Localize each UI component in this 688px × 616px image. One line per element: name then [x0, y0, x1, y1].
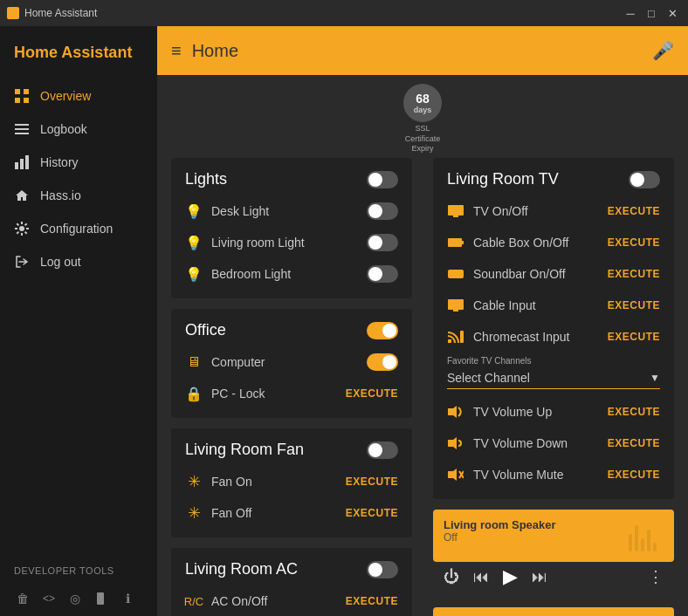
close-button[interactable]: ✕	[664, 4, 681, 22]
ssl-line3: Expiry	[411, 144, 433, 153]
desk-light-label: Desk Light	[211, 204, 358, 218]
sidebar-item-overview[interactable]: Overview	[0, 79, 157, 113]
title-bar-left: Home Assistant	[7, 7, 97, 19]
pc-lock-execute[interactable]: EXECUTE	[346, 387, 398, 400]
fan-off-label: Fan Off	[211, 506, 337, 520]
fan-off-execute[interactable]: EXECUTE	[346, 507, 398, 519]
ssl-line1: SSL	[415, 124, 430, 133]
lights-card: Lights 💡 Desk Light 💡 Living ro	[171, 158, 412, 298]
svg-point-10	[19, 226, 24, 231]
sidebar-item-logbook[interactable]: Logbook	[0, 113, 157, 146]
mic-icon[interactable]: 🎤	[652, 40, 674, 61]
ac-onoff-execute[interactable]: EXECUTE	[346, 595, 398, 607]
vol-mute-label: TV Volume Mute	[473, 468, 599, 482]
tv-onoff-label: TV On/Off	[473, 204, 599, 218]
sidebar-nav: Overview Logbook History Hass.io	[0, 79, 157, 555]
fan-on-execute[interactable]: EXECUTE	[346, 476, 398, 488]
living-speaker-status: Off	[444, 531, 556, 544]
chevron-down-icon: ▼	[650, 372, 660, 384]
minimize-button[interactable]: ─	[622, 4, 639, 22]
fan-on-label: Fan On	[211, 475, 337, 489]
info-tool-icon[interactable]: ℹ	[119, 590, 136, 607]
svg-rect-2	[15, 98, 20, 103]
vol-mute-icon	[447, 466, 464, 483]
channel-select[interactable]: Select Channel ▼	[447, 367, 660, 389]
chart-icon	[14, 154, 30, 170]
vol-up-label: TV Volume Up	[473, 405, 599, 419]
ac-header: Living Room AC	[171, 548, 412, 585]
office-toggle[interactable]	[367, 322, 398, 339]
tv-onoff-execute[interactable]: EXECUTE	[608, 205, 660, 217]
living-speaker-info: Living room Speaker Off	[444, 518, 556, 544]
ac-body: R/C AC On/Off EXECUTE ✳ Fan Speed EXECUT…	[171, 585, 412, 616]
soundbar-execute[interactable]: EXECUTE	[608, 268, 660, 280]
sidebar-item-logout[interactable]: Log out	[0, 245, 157, 278]
music-bars	[622, 518, 664, 558]
chromecast-execute[interactable]: EXECUTE	[608, 331, 660, 343]
tv-card: Living Room TV TV On/Off EXECUTE	[433, 158, 674, 499]
sidebar-item-history[interactable]: History	[0, 146, 157, 179]
svg-rect-24	[460, 331, 464, 343]
select-value: Select Channel	[447, 371, 530, 385]
tv-toggle[interactable]	[629, 171, 660, 188]
music-bar	[653, 543, 657, 551]
next-button[interactable]: ⏭	[532, 568, 547, 586]
lights-header: Lights	[171, 158, 412, 195]
fan-off-icon: ✳	[185, 504, 203, 522]
prev-button[interactable]: ⏮	[473, 568, 489, 586]
living-light-label: Living room Light	[211, 236, 358, 250]
computer-toggle[interactable]	[367, 353, 398, 371]
soundbar-icon	[447, 265, 464, 283]
grid-icon	[14, 88, 30, 104]
list-item: 💡 Bedroom Light	[171, 258, 412, 290]
fan-toggle[interactable]	[367, 441, 398, 459]
menu-icon[interactable]: ≡	[171, 41, 182, 61]
app-icon	[7, 7, 19, 19]
vol-down-execute[interactable]: EXECUTE	[608, 437, 660, 449]
more-button[interactable]: ⋮	[648, 567, 664, 586]
maximize-button[interactable]: □	[643, 4, 660, 22]
delete-tool-icon[interactable]: 🗑	[14, 590, 31, 607]
list-item: Soundbar On/Off EXECUTE	[433, 258, 674, 290]
cable-box-execute[interactable]: EXECUTE	[608, 236, 660, 249]
bedroom-light-label: Bedroom Light	[211, 267, 358, 281]
bedroom-light-toggle[interactable]	[367, 265, 398, 283]
ac-toggle[interactable]	[367, 561, 398, 578]
sidebar-item-hass[interactable]: Hass.io	[0, 179, 157, 212]
list-item: 🖥 Computer	[171, 346, 412, 378]
svg-rect-0	[15, 89, 20, 94]
lights-body: 💡 Desk Light 💡 Living room Light 💡	[171, 195, 412, 298]
svg-rect-16	[448, 238, 462, 247]
code-tool-icon[interactable]: <>	[40, 590, 58, 607]
computer-label: Computer	[211, 355, 358, 369]
vol-down-label: TV Volume Down	[473, 436, 599, 450]
sidebar-item-configuration[interactable]: Configuration	[0, 212, 157, 245]
svg-point-20	[458, 272, 461, 276]
cable-input-execute[interactable]: EXECUTE	[608, 299, 660, 311]
desk-light-toggle[interactable]	[367, 202, 398, 220]
file-tool-icon[interactable]	[93, 590, 110, 607]
cable-input-label: Cable Input	[473, 298, 599, 312]
lights-toggle[interactable]	[367, 171, 398, 188]
list-item: TV On/Off EXECUTE	[433, 195, 674, 227]
fan-on-icon: ✳	[185, 473, 203, 490]
list-item: ✳ Fan Off EXECUTE	[171, 497, 412, 529]
svg-rect-9	[25, 155, 29, 169]
fan-card: Living Room Fan ✳ Fan On EXECUTE ✳	[171, 428, 412, 537]
svg-rect-23	[448, 339, 451, 343]
ssl-number: 68	[416, 92, 430, 106]
vol-mute-execute[interactable]: EXECUTE	[608, 469, 660, 481]
play-button[interactable]: ▶	[503, 565, 518, 588]
svg-point-19	[451, 272, 454, 276]
sidebar-item-configuration-label: Configuration	[40, 222, 113, 236]
vol-up-icon	[447, 403, 464, 421]
living-speaker-header: Living room Speaker Off	[433, 510, 674, 562]
living-light-toggle[interactable]	[367, 234, 398, 251]
vol-up-execute[interactable]: EXECUTE	[608, 406, 660, 418]
fan-title: Living Room Fan	[185, 441, 304, 459]
bedroom-speaker-header: Bedroom Speaker Off	[433, 607, 674, 616]
ssl-badge[interactable]: 68 days	[403, 84, 442, 122]
signal-tool-icon[interactable]: ◎	[66, 590, 84, 607]
list-item: R/C AC On/Off EXECUTE	[171, 585, 412, 616]
power-button[interactable]: ⏻	[444, 568, 459, 586]
